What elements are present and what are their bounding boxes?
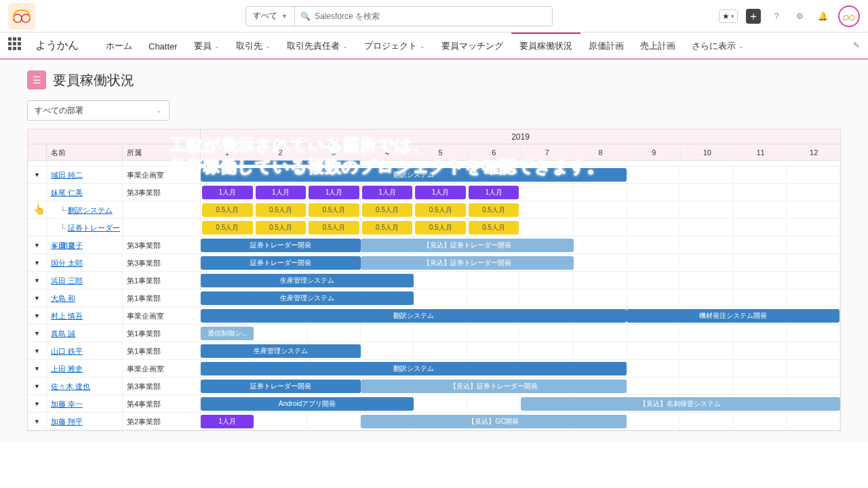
chevron-down-icon: ⌄ xyxy=(157,107,162,114)
nav-item-原価計画[interactable]: 原価計画 xyxy=(580,33,632,58)
table-row: ▼国分 太郎第3事業部証券トレーダー開発【見込】証券トレーダー開発 xyxy=(28,254,840,272)
person-link[interactable]: 村上 慎吾 xyxy=(51,312,83,320)
effort-pill[interactable]: 0.5人月 xyxy=(256,203,307,217)
help-button[interactable]: ? xyxy=(769,9,784,24)
effort-pill[interactable]: 1人月 xyxy=(415,186,466,199)
nav-bar: ようかん ホームChatter要員⌄取引先⌄取引先責任者⌄プロジェクト⌄要員マッ… xyxy=(0,33,868,60)
search-icon: 🔍 xyxy=(300,12,311,21)
gantt-bar[interactable]: 機材発注システム開発 xyxy=(627,309,840,323)
effort-pill[interactable]: 0.5人月 xyxy=(256,221,307,235)
gantt-bar[interactable]: 証券トレーダー開発 xyxy=(201,380,361,393)
effort-pill[interactable]: 0.5人月 xyxy=(202,221,253,235)
gantt-bar[interactable]: 生産管理システム xyxy=(201,344,361,358)
gantt-bar[interactable]: 証券トレーダー開発 xyxy=(201,256,361,270)
favorites-button[interactable]: ★▾ xyxy=(719,9,738,23)
person-link[interactable]: 加藤 幸一 xyxy=(51,400,83,408)
gantt-bar[interactable]: 【見込】証券トレーダー開発 xyxy=(361,256,574,270)
gantt-bar[interactable]: 1人月 xyxy=(201,415,254,428)
effort-pill[interactable]: 1人月 xyxy=(309,186,359,199)
effort-pill[interactable]: 0.5人月 xyxy=(415,221,466,235)
gantt-bar[interactable]: 翻訳システム xyxy=(201,309,627,323)
chevron-down-icon: ▾ xyxy=(731,13,734,20)
expand-toggle[interactable]: ▼ xyxy=(34,295,40,302)
nav-item-取引先[interactable]: 取引先⌄ xyxy=(228,33,279,58)
nav-item-売上計画[interactable]: 売上計画 xyxy=(632,33,684,58)
dept-cell: 事業企画室 xyxy=(123,166,201,183)
dept-filter-label: すべての部署 xyxy=(35,105,83,117)
expand-toggle[interactable]: ▼ xyxy=(34,260,40,266)
effort-pill[interactable]: 1人月 xyxy=(202,186,253,199)
gantt-bar[interactable]: 生産管理システム xyxy=(201,274,414,287)
app-launcher[interactable] xyxy=(8,37,24,54)
person-link[interactable]: 妹尾 仁美 xyxy=(51,188,83,197)
nav-item-ホーム[interactable]: ホーム xyxy=(98,33,140,58)
expand-toggle[interactable]: ▼ xyxy=(34,312,40,319)
gantt-bar[interactable]: 【見込】名刺保管システム xyxy=(521,397,841,411)
setup-button[interactable]: ⚙ xyxy=(792,9,807,24)
expand-toggle[interactable]: ▼ xyxy=(34,401,40,407)
effort-pill[interactable]: 0.5人月 xyxy=(362,203,413,217)
expand-toggle[interactable]: ▼ xyxy=(34,242,40,249)
expand-toggle[interactable]: ▼ xyxy=(34,365,40,372)
gantt-bar[interactable]: Androidアプリ開発 xyxy=(201,397,414,411)
user-avatar[interactable] xyxy=(838,5,860,27)
dept-filter-select[interactable]: すべての部署 ⌄ xyxy=(27,100,170,121)
search-scope-select[interactable]: すべて ▼ xyxy=(245,6,295,26)
dept-cell: 第2事業部 xyxy=(123,413,201,430)
nav-item-要員稼働状況[interactable]: 要員稼働状況 xyxy=(511,33,580,58)
dept-cell: 第3事業部 xyxy=(123,237,201,253)
add-button[interactable]: ＋ xyxy=(746,9,761,24)
gantt-bar[interactable]: 【見込】証券トレーダー開発 xyxy=(361,239,574,252)
nav-item-要員マッチング[interactable]: 要員マッチング xyxy=(433,33,511,58)
effort-pill[interactable]: 0.5人月 xyxy=(469,221,519,235)
person-link[interactable]: 真島 誠 xyxy=(51,329,75,338)
expand-toggle[interactable]: ▼ xyxy=(34,277,40,284)
grid-body[interactable]: ▼城田 純二事業企画室翻訳システム妹尾 仁美第3事業部1人月1人月1人月1人月1… xyxy=(28,161,840,430)
person-link[interactable]: 山口 鉄平 xyxy=(51,347,83,355)
expand-toggle[interactable]: ▼ xyxy=(34,171,40,178)
col-name-header: 名前 xyxy=(47,144,123,160)
gantt-bar[interactable]: 生産管理システム xyxy=(201,291,414,305)
person-link[interactable]: 浜田 三郎 xyxy=(51,277,83,285)
gantt-bar[interactable]: 翻訳システム xyxy=(201,168,627,182)
expand-toggle[interactable]: ▼ xyxy=(34,418,40,425)
month-header: 8 xyxy=(574,144,628,160)
expand-toggle[interactable]: ▼ xyxy=(34,348,40,354)
nav-item-取引先責任者[interactable]: 取引先責任者⌄ xyxy=(279,33,356,58)
effort-pill[interactable]: 0.5人月 xyxy=(309,221,359,235)
gantt-bar[interactable]: 【見込】GC開発 xyxy=(361,415,627,428)
nav-item-要員[interactable]: 要員⌄ xyxy=(186,33,228,58)
edit-nav-button[interactable]: ✎ xyxy=(853,41,860,50)
effort-pill[interactable]: 0.5人月 xyxy=(469,203,519,217)
dept-cell: 事業企画室 xyxy=(123,360,201,377)
effort-pill[interactable]: 0.5人月 xyxy=(202,203,253,217)
nav-item-さらに表示[interactable]: さらに表示⌄ xyxy=(684,33,752,58)
effort-pill[interactable]: 1人月 xyxy=(256,186,307,199)
person-link[interactable]: 加藤 翔平 xyxy=(51,418,83,426)
effort-pill[interactable]: 1人月 xyxy=(362,186,413,199)
effort-pill[interactable]: 0.5人月 xyxy=(362,221,413,235)
nav-item-Chatter[interactable]: Chatter xyxy=(140,33,186,58)
app-logo[interactable] xyxy=(8,3,35,30)
expand-toggle[interactable]: ▼ xyxy=(34,330,40,337)
person-link[interactable]: 上田 雅史 xyxy=(51,365,83,373)
gantt-bar[interactable]: 証券トレーダー開発 xyxy=(201,239,361,252)
expand-toggle[interactable]: ▼ xyxy=(34,383,40,390)
effort-pill[interactable]: 0.5人月 xyxy=(415,203,466,217)
person-link[interactable]: 峯田 京子 xyxy=(51,241,83,249)
person-link[interactable]: 佐々木 達也 xyxy=(51,382,90,390)
global-search[interactable]: 🔍 xyxy=(295,6,553,26)
gantt-bar[interactable]: 通信制御シ... xyxy=(201,327,254,340)
effort-pill[interactable]: 0.5人月 xyxy=(309,203,359,217)
gantt-bar[interactable]: 翻訳システム xyxy=(201,362,627,375)
search-input[interactable] xyxy=(315,12,547,21)
person-link[interactable]: 大島 和 xyxy=(51,294,75,302)
month-header: 11 xyxy=(734,144,788,160)
notifications-button[interactable]: 🔔 xyxy=(815,9,830,24)
nav-item-プロジェクト[interactable]: プロジェクト⌄ xyxy=(356,33,433,58)
gantt-bar[interactable]: 【見込】証券トレーダー開発 xyxy=(361,380,627,393)
person-link[interactable]: 翻訳システム xyxy=(68,206,113,214)
person-link[interactable]: 城田 純二 xyxy=(51,171,83,179)
person-link[interactable]: 国分 太郎 xyxy=(51,259,83,267)
effort-pill[interactable]: 1人月 xyxy=(469,186,519,199)
